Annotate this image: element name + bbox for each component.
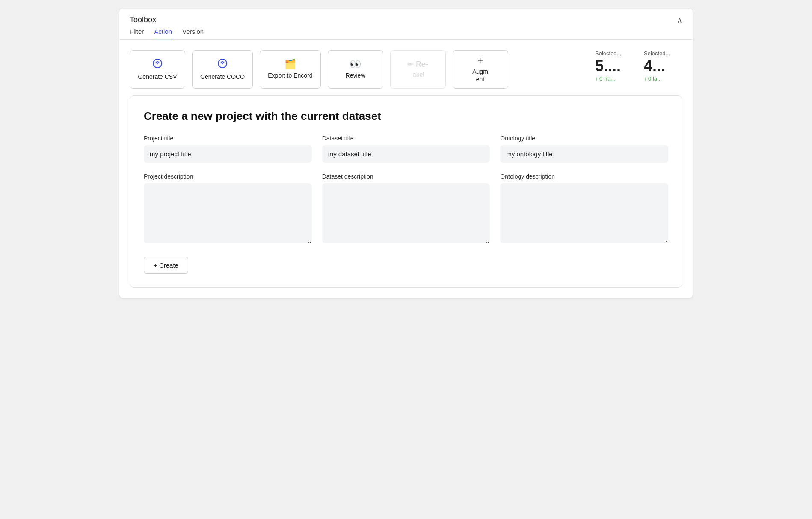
ontology-description-textarea[interactable] bbox=[500, 183, 668, 243]
ontology-title-group: Ontology title bbox=[500, 135, 668, 163]
create-button[interactable]: + Create bbox=[144, 257, 188, 274]
main-content: Create a new project with the current da… bbox=[119, 95, 693, 298]
stats-section: Selected... 5.... ↑ 0 fra... Selected...… bbox=[588, 50, 682, 89]
create-card-title: Create a new project with the current da… bbox=[144, 110, 668, 123]
project-description-textarea[interactable] bbox=[144, 183, 312, 243]
create-button-label: + Create bbox=[154, 262, 178, 269]
dataset-title-label: Dataset title bbox=[322, 135, 490, 142]
tab-action[interactable]: Action bbox=[154, 28, 172, 39]
relabel-button[interactable]: ✏ Re- label bbox=[390, 50, 446, 89]
generate-coco-icon bbox=[217, 58, 228, 70]
tab-filter[interactable]: Filter bbox=[130, 28, 144, 39]
ontology-title-label: Ontology title bbox=[500, 135, 668, 142]
stat-labels: Selected... 4... ↑ 0 la... bbox=[644, 50, 682, 82]
relabel-label: label bbox=[412, 71, 424, 78]
review-label: Review bbox=[346, 72, 365, 79]
export-encord-label: Export to Encord bbox=[268, 72, 312, 79]
actions-row: Generate CSV Generate COCO 🗂️ Export to … bbox=[119, 47, 693, 95]
project-title-group: Project title bbox=[144, 135, 312, 163]
generate-coco-label: Generate COCO bbox=[200, 73, 245, 81]
title-form-row: Project title Dataset title Ontology tit… bbox=[144, 135, 668, 163]
generate-coco-button[interactable]: Generate COCO bbox=[192, 50, 253, 89]
toolbox-panel: Toolbox ∧ Filter Action Version Generate… bbox=[119, 9, 693, 298]
review-button[interactable]: 👀 Review bbox=[328, 50, 383, 89]
dataset-description-label: Dataset description bbox=[322, 173, 490, 180]
dataset-title-group: Dataset title bbox=[322, 135, 490, 163]
create-card: Create a new project with the current da… bbox=[130, 95, 682, 288]
review-icon: 👀 bbox=[350, 60, 361, 69]
collapse-icon[interactable]: ∧ bbox=[677, 16, 682, 24]
generate-csv-button[interactable]: Generate CSV bbox=[130, 50, 185, 89]
stat-labels-sub: ↑ 0 la... bbox=[644, 75, 662, 82]
svg-point-1 bbox=[157, 63, 158, 64]
stat-labels-value: 4... bbox=[644, 57, 665, 75]
project-title-label: Project title bbox=[144, 135, 312, 142]
ontology-description-group: Ontology description bbox=[500, 173, 668, 243]
ontology-description-label: Ontology description bbox=[500, 173, 668, 180]
description-form-row: Project description Dataset description … bbox=[144, 173, 668, 243]
export-encord-icon: 🗂️ bbox=[284, 60, 296, 69]
augment-button[interactable]: + Augment bbox=[453, 50, 508, 89]
ontology-title-input[interactable] bbox=[500, 145, 668, 163]
project-title-input[interactable] bbox=[144, 145, 312, 163]
generate-csv-icon bbox=[152, 58, 163, 70]
dataset-description-textarea[interactable] bbox=[322, 183, 490, 243]
stat-labels-label: Selected... bbox=[644, 50, 670, 57]
tabs-row: Filter Action Version bbox=[119, 24, 693, 39]
augment-label: Augment bbox=[472, 68, 488, 83]
generate-csv-label: Generate CSV bbox=[138, 73, 177, 81]
project-description-group: Project description bbox=[144, 173, 312, 243]
toolbox-title: Toolbox bbox=[130, 15, 156, 24]
stat-frames-sub: ↑ 0 fra... bbox=[595, 75, 615, 82]
svg-point-3 bbox=[222, 63, 223, 64]
dataset-description-group: Dataset description bbox=[322, 173, 490, 243]
tab-version[interactable]: Version bbox=[182, 28, 204, 39]
project-description-label: Project description bbox=[144, 173, 312, 180]
stat-frames: Selected... 5.... ↑ 0 fra... bbox=[595, 50, 634, 82]
augment-icon: + bbox=[477, 56, 483, 65]
dataset-title-input[interactable] bbox=[322, 145, 490, 163]
export-encord-button[interactable]: 🗂️ Export to Encord bbox=[260, 50, 320, 89]
stat-frames-value: 5.... bbox=[595, 57, 621, 75]
stat-frames-label: Selected... bbox=[595, 50, 621, 57]
relabel-icon: ✏ Re- bbox=[407, 60, 428, 68]
toolbox-header: Toolbox ∧ bbox=[119, 9, 693, 24]
